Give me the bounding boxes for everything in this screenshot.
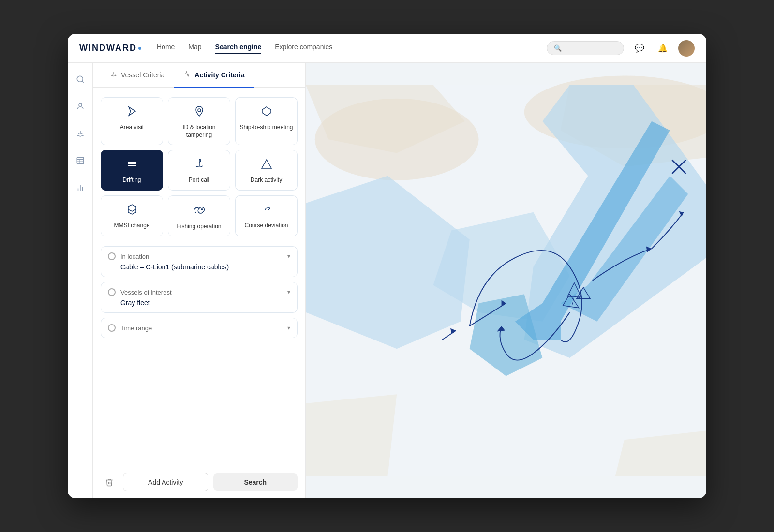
panel: Vessel Criteria Activity Criteria: [93, 63, 306, 498]
main-content: Vessel Criteria Activity Criteria: [68, 63, 706, 498]
dark-activity-icon: [261, 158, 272, 173]
activity-dark[interactable]: Dark activity: [235, 150, 298, 191]
filter-vessels-left: Vessels of interest: [108, 288, 172, 296]
notifications-icon[interactable]: 🔔: [655, 41, 670, 56]
nav-search-engine[interactable]: Search engine: [215, 43, 262, 54]
search-icon: 🔍: [554, 44, 562, 52]
tab-activity-criteria[interactable]: Activity Criteria: [174, 63, 254, 88]
dark-activity-label: Dark activity: [251, 177, 282, 184]
filter-in-location[interactable]: In location ▾ Cable – C-Lion1 (submarine…: [101, 246, 298, 277]
mmsi-label: MMSI change: [114, 222, 149, 230]
activity-port-call[interactable]: Port call: [168, 150, 230, 191]
filter-in-location-radio[interactable]: [108, 252, 116, 260]
id-location-label: ID & location tampering: [172, 124, 226, 139]
ship-to-ship-icon: [261, 105, 272, 120]
area-visit-label: Area visit: [120, 124, 144, 132]
filter-vessels-radio[interactable]: [108, 288, 116, 296]
filter-vessels-chevron: ▾: [287, 289, 290, 296]
svg-point-11: [198, 109, 201, 112]
map-area: [306, 63, 706, 498]
filter-time-chevron: ▾: [287, 325, 290, 331]
sidebar-search-icon[interactable]: [72, 71, 89, 88]
nav-right: 🔍 💬 🔔: [547, 40, 695, 57]
drifting-label: Drifting: [122, 177, 141, 184]
nav-explore-companies[interactable]: Explore companies: [275, 43, 332, 54]
activity-id-location[interactable]: ID & location tampering: [168, 97, 230, 145]
nav-links: Home Map Search engine Explore companies: [157, 43, 531, 54]
messages-icon[interactable]: 💬: [632, 41, 647, 56]
add-activity-button[interactable]: Add Activity: [123, 473, 208, 491]
svg-point-0: [77, 76, 83, 82]
nav-home[interactable]: Home: [157, 43, 175, 54]
search-button[interactable]: Search: [213, 473, 298, 491]
filter-vessels-of-interest[interactable]: Vessels of interest ▾ Gray fleet: [101, 282, 298, 313]
filter-in-location-value: Cable – C-Lion1 (submarine cables): [120, 263, 290, 271]
tab-vessel-criteria[interactable]: Vessel Criteria: [101, 63, 174, 88]
screen-wrapper: WINDWARD Home Map Search engine Explore …: [68, 34, 706, 498]
logo-dot: [138, 47, 141, 50]
area-visit-icon: [126, 105, 138, 120]
filter-time-left: Time range: [108, 324, 152, 332]
svg-marker-17: [262, 160, 271, 168]
panel-body: Area visit ID & location tampering: [93, 88, 305, 466]
svg-point-18: [201, 209, 202, 210]
activity-grid: Area visit ID & location tampering: [101, 97, 298, 236]
fishing-icon: [193, 204, 206, 219]
svg-rect-3: [77, 157, 84, 164]
port-call-icon: [194, 158, 205, 173]
fishing-label: Fishing operation: [177, 223, 221, 231]
activity-ship-to-ship[interactable]: Ship-to-ship meeting: [235, 97, 298, 145]
panel-footer: Add Activity Search: [93, 466, 305, 498]
filter-time-title: Time range: [120, 325, 152, 332]
vessel-criteria-icon: [110, 71, 117, 79]
filter-time-range[interactable]: Time range ▾: [101, 318, 298, 338]
svg-point-2: [79, 103, 82, 106]
filter-in-location-header: In location ▾: [108, 252, 290, 260]
global-search[interactable]: 🔍: [547, 41, 624, 55]
port-call-label: Port call: [189, 177, 209, 184]
filter-in-location-title: In location: [120, 253, 149, 260]
panel-tabs: Vessel Criteria Activity Criteria: [93, 63, 305, 88]
ship-to-ship-label: Ship-to-ship meeting: [239, 124, 293, 132]
map-svg: [306, 63, 706, 498]
svg-marker-12: [262, 107, 271, 116]
logo: WINDWARD: [79, 43, 141, 53]
svg-marker-10: [129, 107, 135, 116]
activity-mmsi[interactable]: MMSI change: [101, 195, 163, 237]
svg-line-1: [82, 81, 83, 82]
app-window: WINDWARD Home Map Search engine Explore …: [68, 34, 706, 498]
activity-fishing[interactable]: Fishing operation: [168, 195, 230, 237]
filter-vessels-value: Gray fleet: [120, 299, 290, 307]
course-deviation-label: Course deviation: [244, 222, 288, 230]
vessel-criteria-label: Vessel Criteria: [121, 71, 164, 79]
filter-time-radio[interactable]: [108, 324, 116, 332]
activity-drifting[interactable]: Drifting: [101, 150, 163, 191]
sidebar-table-icon[interactable]: [72, 152, 89, 169]
logo-text: WINDWARD: [79, 43, 137, 53]
activity-criteria-icon: [184, 71, 191, 79]
sidebar-ship-icon[interactable]: [72, 125, 89, 142]
filter-in-location-chevron: ▾: [287, 253, 290, 260]
activity-course-deviation[interactable]: Course deviation: [235, 195, 298, 237]
mmsi-change-icon: [126, 204, 138, 218]
filter-in-location-left: In location: [108, 252, 149, 260]
sidebar-user-icon[interactable]: [72, 98, 89, 115]
user-avatar[interactable]: [678, 40, 695, 57]
sidebar-icons: [68, 63, 93, 498]
nav-map[interactable]: Map: [188, 43, 201, 54]
filter-time-header: Time range ▾: [108, 324, 290, 332]
filter-vessels-title: Vessels of interest: [120, 289, 172, 296]
drifting-icon: [126, 158, 138, 173]
id-location-icon: [194, 105, 205, 120]
delete-button[interactable]: [101, 473, 118, 491]
filter-vessels-header: Vessels of interest ▾: [108, 288, 290, 296]
activity-area-visit[interactable]: Area visit: [101, 97, 163, 145]
activity-criteria-label: Activity Criteria: [194, 71, 244, 79]
sidebar-chart-icon[interactable]: [72, 179, 89, 196]
course-deviation-icon: [261, 204, 272, 218]
top-nav: WINDWARD Home Map Search engine Explore …: [68, 34, 706, 63]
